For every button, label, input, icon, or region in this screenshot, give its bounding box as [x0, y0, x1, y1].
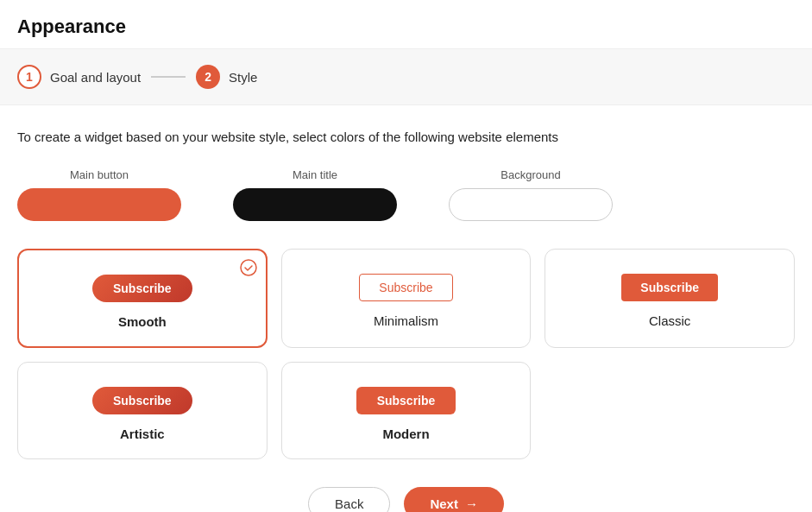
- color-swatch-main-title[interactable]: [233, 188, 397, 221]
- main-content: To create a widget based on your website…: [0, 105, 812, 512]
- next-button[interactable]: Next →: [404, 487, 504, 512]
- step-2-label: Style: [229, 70, 257, 85]
- color-swatch-main-button[interactable]: [17, 188, 181, 221]
- step-2-number: 2: [196, 65, 220, 89]
- style-card-smooth[interactable]: Subscribe Smooth: [17, 249, 268, 348]
- color-selector-main-button: Main button: [17, 168, 181, 221]
- style-label-artistic: Artistic: [120, 427, 165, 441]
- style-card-modern[interactable]: Subscribe Modern: [281, 362, 532, 459]
- bottom-actions: Back Next →: [17, 487, 795, 512]
- color-label-main-button: Main button: [70, 168, 129, 181]
- instruction-text: To create a widget based on your website…: [17, 130, 795, 144]
- style-label-smooth: Smooth: [118, 314, 167, 329]
- style-grid: Subscribe Smooth Subscribe Minimalism Su…: [17, 249, 795, 459]
- subscribe-button-modern[interactable]: Subscribe: [356, 387, 456, 414]
- back-button[interactable]: Back: [308, 487, 390, 512]
- style-label-classic: Classic: [649, 313, 690, 328]
- step-1-number: 1: [17, 65, 41, 89]
- style-card-minimalism[interactable]: Subscribe Minimalism: [281, 249, 532, 348]
- style-label-modern: Modern: [382, 427, 429, 441]
- color-swatch-background[interactable]: [449, 188, 613, 221]
- subscribe-button-minimalism[interactable]: Subscribe: [359, 274, 452, 301]
- subscribe-button-smooth[interactable]: Subscribe: [92, 275, 192, 302]
- color-label-background: Background: [500, 168, 560, 181]
- style-label-minimalism: Minimalism: [374, 313, 438, 328]
- style-card-classic[interactable]: Subscribe Classic: [544, 249, 795, 348]
- next-arrow-icon: →: [465, 496, 478, 511]
- step-2: 2 Style: [196, 65, 257, 89]
- page-title: Appearance: [17, 16, 795, 38]
- check-icon: [240, 259, 257, 276]
- color-selector-main-title: Main title: [233, 168, 397, 221]
- step-1-label: Goal and layout: [50, 70, 141, 85]
- style-card-artistic[interactable]: Subscribe Artistic: [17, 362, 268, 459]
- next-label: Next: [430, 496, 458, 511]
- page-header: Appearance: [0, 0, 812, 49]
- subscribe-button-classic[interactable]: Subscribe: [621, 274, 718, 301]
- step-1: 1 Goal and layout: [17, 65, 141, 89]
- step-divider: [151, 76, 186, 78]
- color-selectors: Main button Main title Background: [17, 168, 795, 221]
- subscribe-button-artistic[interactable]: Subscribe: [92, 387, 192, 414]
- color-label-main-title: Main title: [293, 168, 337, 181]
- svg-point-0: [241, 260, 256, 275]
- steps-bar: 1 Goal and layout 2 Style: [0, 49, 812, 105]
- color-selector-background: Background: [449, 168, 613, 221]
